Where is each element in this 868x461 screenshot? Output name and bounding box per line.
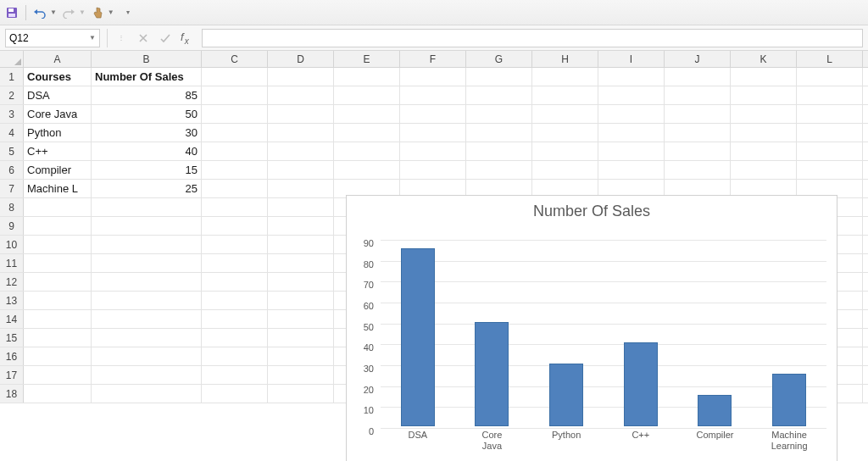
fx-label[interactable]: fx [181, 31, 190, 46]
cell-D11[interactable] [268, 254, 334, 272]
cell-B17[interactable] [92, 366, 202, 384]
cell-E2[interactable] [334, 86, 400, 104]
cell-B13[interactable] [92, 292, 202, 309]
row-header-15[interactable]: 15 [0, 329, 24, 347]
cell-D15[interactable] [268, 329, 334, 347]
cell-L5[interactable] [797, 142, 863, 160]
cell-B1[interactable]: Number Of Sales [92, 68, 202, 86]
enter-icon[interactable] [159, 31, 172, 45]
column-header-I[interactable]: I [598, 51, 665, 67]
row-header-2[interactable]: 2 [0, 86, 24, 104]
cell-H1[interactable] [532, 68, 598, 86]
cell-J6[interactable] [665, 161, 731, 179]
row-header-18[interactable]: 18 [0, 385, 24, 403]
cell-I2[interactable] [598, 86, 665, 104]
column-header-E[interactable]: E [334, 51, 400, 67]
cell-F1[interactable] [400, 68, 466, 86]
cell-C8[interactable] [202, 198, 268, 216]
cell-A13[interactable] [24, 292, 92, 309]
cell-J1[interactable] [665, 68, 731, 86]
cell-C6[interactable] [202, 161, 268, 179]
row-header-3[interactable]: 3 [0, 105, 24, 123]
bar-Python[interactable] [549, 364, 583, 426]
column-header-C[interactable]: C [202, 51, 268, 67]
cell-A12[interactable] [24, 273, 92, 291]
cell-G4[interactable] [466, 124, 532, 142]
cell-C9[interactable] [202, 217, 268, 235]
cell-J5[interactable] [665, 142, 731, 160]
column-header-A[interactable]: A [24, 51, 92, 67]
cell-G2[interactable] [466, 86, 532, 104]
row-header-1[interactable]: 1 [0, 68, 24, 86]
bar-Compiler[interactable] [698, 395, 732, 426]
row-header-13[interactable]: 13 [0, 292, 24, 309]
chart-object[interactable]: Number Of Sales 0102030405060708090 DSAC… [346, 195, 837, 461]
cell-J2[interactable] [665, 86, 731, 104]
cell-B14[interactable] [92, 310, 202, 328]
cell-J3[interactable] [665, 105, 731, 123]
cell-A14[interactable] [24, 310, 92, 328]
cell-G6[interactable] [466, 161, 532, 179]
cell-C4[interactable] [202, 124, 268, 142]
cell-A10[interactable] [24, 236, 92, 253]
cell-B2[interactable]: 85 [92, 86, 202, 104]
cell-D4[interactable] [268, 124, 334, 142]
cell-D2[interactable] [268, 86, 334, 104]
cell-C17[interactable] [202, 366, 268, 384]
cell-B16[interactable] [92, 347, 202, 365]
cell-D14[interactable] [268, 310, 334, 328]
cell-C5[interactable] [202, 142, 268, 160]
touch-dropdown-icon[interactable]: ▼ [108, 8, 114, 16]
cell-B8[interactable] [92, 198, 202, 216]
name-box-dropdown-icon[interactable]: ▼ [89, 34, 96, 42]
cell-B11[interactable] [92, 254, 202, 272]
cell-D5[interactable] [268, 142, 334, 160]
cell-L2[interactable] [797, 86, 863, 104]
name-box[interactable]: Q12 ▼ [5, 29, 100, 47]
cell-A3[interactable]: Core Java [24, 105, 92, 123]
cell-D1[interactable] [268, 68, 334, 86]
formula-options-icon[interactable]: ⋮ [114, 31, 128, 45]
column-header-K[interactable]: K [731, 51, 797, 67]
cell-I6[interactable] [598, 161, 665, 179]
cell-A18[interactable] [24, 385, 92, 403]
cell-H2[interactable] [532, 86, 598, 104]
row-header-9[interactable]: 9 [0, 217, 24, 235]
cell-F2[interactable] [400, 86, 466, 104]
cell-A7[interactable]: Machine L [24, 180, 92, 197]
cell-C10[interactable] [202, 236, 268, 253]
row-header-12[interactable]: 12 [0, 273, 24, 291]
cell-L1[interactable] [797, 68, 863, 86]
row-header-5[interactable]: 5 [0, 142, 24, 160]
bar-Machine Learning[interactable] [772, 374, 806, 426]
cell-D16[interactable] [268, 347, 334, 365]
cell-C7[interactable] [202, 180, 268, 197]
column-header-L[interactable]: L [797, 51, 863, 67]
row-header-14[interactable]: 14 [0, 310, 24, 328]
cell-D12[interactable] [268, 273, 334, 291]
cell-C18[interactable] [202, 385, 268, 403]
bar-DSA[interactable] [401, 248, 435, 426]
cell-A2[interactable]: DSA [24, 86, 92, 104]
column-header-F[interactable]: F [400, 51, 466, 67]
save-icon[interactable] [5, 6, 19, 19]
cell-I1[interactable] [598, 68, 665, 86]
cell-A9[interactable] [24, 217, 92, 235]
cell-E5[interactable] [334, 142, 400, 160]
cell-B4[interactable]: 30 [92, 124, 202, 142]
cell-F4[interactable] [400, 124, 466, 142]
cell-K1[interactable] [731, 68, 797, 86]
cell-K4[interactable] [731, 124, 797, 142]
cell-F3[interactable] [400, 105, 466, 123]
cell-K2[interactable] [731, 86, 797, 104]
cell-D10[interactable] [268, 236, 334, 253]
cell-F6[interactable] [400, 161, 466, 179]
cell-A17[interactable] [24, 366, 92, 384]
cell-H4[interactable] [532, 124, 598, 142]
row-header-16[interactable]: 16 [0, 347, 24, 365]
cell-C3[interactable] [202, 105, 268, 123]
row-header-11[interactable]: 11 [0, 254, 24, 272]
cell-C2[interactable] [202, 86, 268, 104]
cell-A8[interactable] [24, 198, 92, 216]
cell-G3[interactable] [466, 105, 532, 123]
